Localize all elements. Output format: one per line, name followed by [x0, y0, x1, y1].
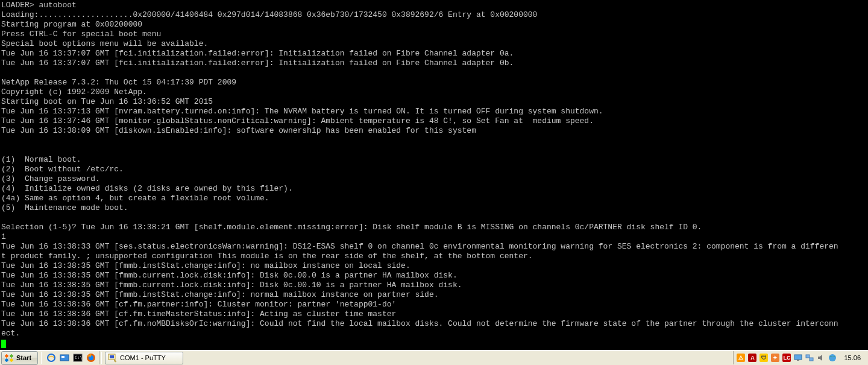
- term-line: LOADER> autoboot: [1, 1, 77, 10]
- term-line: NetApp Release 7.3.2: Thu Oct 15 04:17:3…: [1, 78, 236, 87]
- term-line: (4) Initialize owned disks (2 disks are …: [1, 184, 293, 193]
- svg-rect-9: [794, 355, 802, 360]
- show-desktop-icon[interactable]: [59, 352, 70, 363]
- term-line: Tue Jun 16 13:38:35 GMT [fmmb.instStat.c…: [1, 261, 410, 270]
- svg-rect-10: [797, 360, 799, 361]
- svg-rect-11: [806, 355, 810, 358]
- taskbar-clock[interactable]: 15.06: [839, 353, 866, 363]
- term-line: Tue Jun 16 13:37:07 GMT [fci.initializat…: [1, 49, 514, 58]
- term-line: t product family. ; unsupported configur…: [1, 252, 533, 261]
- tray-globe-icon[interactable]: [828, 353, 837, 363]
- ie-icon[interactable]: [46, 352, 57, 363]
- tray-security-icon[interactable]: ⚠: [736, 353, 746, 363]
- start-label: Start: [16, 353, 31, 363]
- tray-shield-icon[interactable]: 🛡: [759, 353, 769, 363]
- term-line: Starting program at 0x00200000: [1, 20, 142, 29]
- tray-volume-icon[interactable]: [816, 353, 826, 363]
- start-button[interactable]: Start: [1, 351, 38, 365]
- taskbar-divider: [101, 352, 102, 364]
- cursor-block: [1, 340, 6, 348]
- term-line: Copyright (c) 1992-2009 NetApp.: [1, 87, 147, 97]
- term-line: Tue Jun 16 13:38:35 GMT [fmmb.current.lo…: [1, 271, 458, 280]
- svg-rect-12: [810, 358, 813, 361]
- firefox-icon[interactable]: [86, 352, 96, 363]
- term-line: ect.: [1, 329, 20, 338]
- term-line: Tue Jun 16 13:38:33 GMT [ses.status.elec…: [1, 242, 838, 251]
- task-putty[interactable]: COM1 - PuTTY: [105, 352, 183, 364]
- tray-unknown-icon[interactable]: ✦: [770, 353, 780, 363]
- svg-rect-8: [110, 355, 114, 358]
- term-line: Selection (1-5)? Tue Jun 16 13:38:21 GMT…: [1, 223, 702, 232]
- terminal-output[interactable]: LOADER> autoboot Loading:...............…: [0, 0, 868, 350]
- svg-point-13: [829, 354, 836, 361]
- term-line: Tue Jun 16 13:38:36 GMT [cf.fm.partner:i…: [1, 300, 396, 309]
- term-line: Press CTRL-C for special boot menu: [1, 30, 161, 39]
- tray-adobe-icon[interactable]: A: [747, 353, 757, 363]
- term-line: Special boot options menu will be availa…: [1, 39, 208, 48]
- task-label: COM1 - PuTTY: [120, 353, 166, 363]
- quicklaunch-bar: C:\: [43, 351, 99, 364]
- term-line: Tue Jun 16 13:37:07 GMT [fci.initializat…: [1, 59, 514, 68]
- term-line: 1: [1, 232, 6, 241]
- term-line: Tue Jun 16 13:38:35 GMT [fmmb.current.lo…: [1, 281, 462, 290]
- term-line: (2) Boot without /etc/rc.: [1, 165, 124, 174]
- term-line: Tue Jun 16 13:38:36 GMT [cf.fm.timeMaste…: [1, 309, 396, 319]
- putty-icon: [108, 353, 118, 363]
- term-line: Tue Jun 16 13:38:35 GMT [fmmb.instStat.c…: [1, 290, 439, 299]
- term-line: Tue Jun 16 13:38:09 GMT [diskown.isEnabl…: [1, 126, 476, 135]
- windows-logo-icon: [4, 354, 14, 362]
- svg-rect-2: [61, 356, 64, 358]
- term-line: (5) Maintenance mode boot.: [1, 203, 128, 212]
- windows-taskbar: Start C:\ COM1 - PuTTY ⚠ A 🛡 ✦ LC 15.06: [0, 350, 868, 365]
- term-line: Loading:....................0x200000/414…: [1, 10, 537, 19]
- term-line: Tue Jun 16 13:37:46 GMT [monitor.globalS…: [1, 116, 594, 125]
- tray-lc-icon[interactable]: LC: [782, 353, 791, 363]
- system-tray: ⚠ A 🛡 ✦ LC 15.06: [733, 351, 868, 364]
- tray-monitor-icon[interactable]: [793, 353, 803, 363]
- term-line: (4a) Same as option 4, but create a flex…: [1, 194, 269, 203]
- taskbar-divider: [41, 352, 42, 364]
- term-line: Tue Jun 16 13:38:36 GMT [cf.fm.noMBDisks…: [1, 319, 838, 328]
- term-line: Starting boot on Tue Jun 16 13:36:52 GMT…: [1, 97, 213, 106]
- term-line: (1) Normal boot.: [1, 155, 81, 164]
- svg-text:C:\: C:\: [75, 355, 83, 360]
- term-line: Tue Jun 16 13:37:13 GMT [nvram.battery.t…: [1, 107, 603, 116]
- term-line: (3) Change password.: [1, 174, 100, 183]
- cmd-icon[interactable]: C:\: [72, 352, 83, 363]
- tray-network-icon[interactable]: [805, 353, 814, 363]
